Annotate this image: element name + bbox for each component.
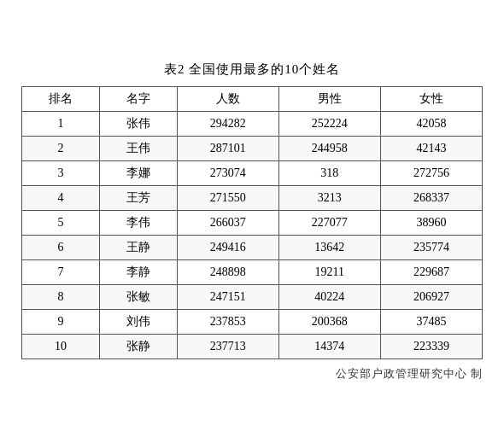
cell-rank: 10 <box>22 335 100 359</box>
cell-female: 268337 <box>380 186 482 211</box>
cell-name: 张敏 <box>99 285 177 310</box>
cell-male: 14374 <box>278 335 380 359</box>
cell-male: 40224 <box>278 285 380 310</box>
table-row: 9刘伟23785320036837485 <box>22 310 483 335</box>
cell-total: 248898 <box>177 260 278 285</box>
col-total: 人数 <box>177 87 278 112</box>
cell-name: 李伟 <box>99 211 177 236</box>
table-row: 2王伟28710124495842143 <box>22 137 483 161</box>
cell-male: 244958 <box>278 137 380 161</box>
cell-total: 294282 <box>177 112 278 137</box>
table-row: 7李静24889819211229687 <box>22 260 483 285</box>
cell-female: 229687 <box>380 260 482 285</box>
cell-total: 249416 <box>177 236 278 260</box>
cell-name: 张伟 <box>99 112 177 137</box>
cell-female: 42058 <box>380 112 482 137</box>
col-rank: 排名 <box>22 87 100 112</box>
cell-total: 266037 <box>177 211 278 236</box>
cell-total: 237853 <box>177 310 278 335</box>
cell-male: 318 <box>278 161 380 186</box>
cell-female: 235774 <box>380 236 482 260</box>
cell-rank: 5 <box>22 211 100 236</box>
cell-rank: 1 <box>22 112 100 137</box>
main-container: 表2 全国使用最多的10个姓名 排名 名字 人数 男性 女性 1张伟294282… <box>21 61 483 382</box>
cell-rank: 6 <box>22 236 100 260</box>
table-row: 1张伟29428225222442058 <box>22 112 483 137</box>
cell-name: 张静 <box>99 335 177 359</box>
cell-total: 271550 <box>177 186 278 211</box>
cell-rank: 8 <box>22 285 100 310</box>
table-row: 4王芳2715503213268337 <box>22 186 483 211</box>
cell-female: 38960 <box>380 211 482 236</box>
cell-rank: 7 <box>22 260 100 285</box>
cell-rank: 3 <box>22 161 100 186</box>
cell-name: 刘伟 <box>99 310 177 335</box>
col-name: 名字 <box>99 87 177 112</box>
cell-male: 13642 <box>278 236 380 260</box>
cell-female: 37485 <box>380 310 482 335</box>
cell-male: 200368 <box>278 310 380 335</box>
cell-total: 273074 <box>177 161 278 186</box>
cell-male: 3213 <box>278 186 380 211</box>
table-row: 10张静23771314374223339 <box>22 335 483 359</box>
cell-name: 王伟 <box>99 137 177 161</box>
cell-male: 227077 <box>278 211 380 236</box>
cell-male: 252224 <box>278 112 380 137</box>
cell-total: 287101 <box>177 137 278 161</box>
table-row: 6王静24941613642235774 <box>22 236 483 260</box>
cell-total: 237713 <box>177 335 278 359</box>
cell-female: 223339 <box>380 335 482 359</box>
table-row: 3李娜273074318272756 <box>22 161 483 186</box>
table-body: 1张伟294282252224420582王伟28710124495842143… <box>22 112 483 359</box>
cell-rank: 9 <box>22 310 100 335</box>
cell-name: 王静 <box>99 236 177 260</box>
data-table: 排名 名字 人数 男性 女性 1张伟294282252224420582王伟28… <box>21 86 483 359</box>
col-female: 女性 <box>380 87 482 112</box>
cell-female: 206927 <box>380 285 482 310</box>
cell-rank: 2 <box>22 137 100 161</box>
cell-name: 王芳 <box>99 186 177 211</box>
table-title: 表2 全国使用最多的10个姓名 <box>164 61 340 78</box>
cell-female: 42143 <box>380 137 482 161</box>
cell-female: 272756 <box>380 161 482 186</box>
cell-name: 李静 <box>99 260 177 285</box>
table-row: 5李伟26603722707738960 <box>22 211 483 236</box>
table-row: 8张敏24715140224206927 <box>22 285 483 310</box>
cell-male: 19211 <box>278 260 380 285</box>
cell-name: 李娜 <box>99 161 177 186</box>
footer-text: 公安部户政管理研究中心 制 <box>336 366 483 382</box>
col-male: 男性 <box>278 87 380 112</box>
cell-total: 247151 <box>177 285 278 310</box>
cell-rank: 4 <box>22 186 100 211</box>
header-row: 排名 名字 人数 男性 女性 <box>22 87 483 112</box>
